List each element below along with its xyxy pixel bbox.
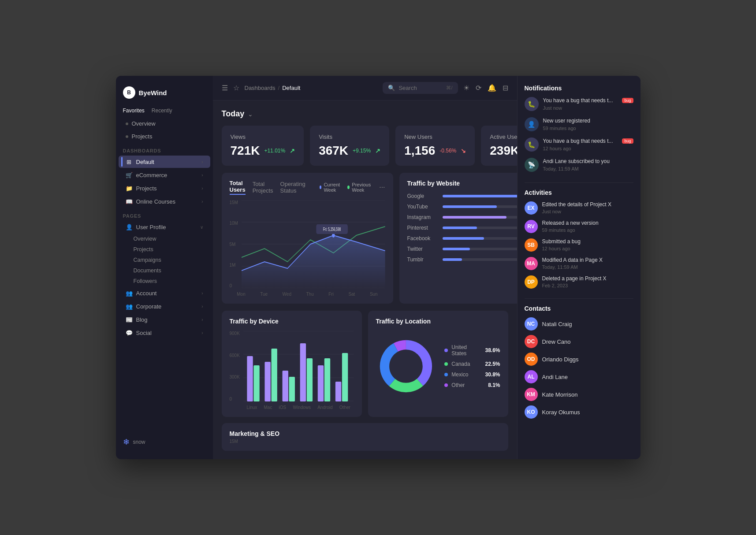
traffic-site-youtube: YouTube (407, 204, 517, 210)
contact-name-5: Kate Morrison (542, 391, 578, 398)
tab-recently[interactable]: Recently (152, 108, 172, 114)
chart-more-icon[interactable]: ··· (379, 183, 385, 191)
dropdown-arrow[interactable]: ⌄ (248, 111, 253, 118)
page-content: Today ⌄ Views 721K +11.01% ↗ Visits 367K (213, 100, 517, 459)
notif-avatar-1: 🐛 (525, 97, 539, 111)
line-chart-card: Total Users Total Projects Operating Sta… (222, 173, 393, 304)
svg-text:Fri: 5,256,598: Fri: 5,256,598 (323, 227, 341, 232)
breadcrumb-active: Default (282, 85, 300, 91)
contact-avatar-5: KM (525, 388, 538, 401)
visits-change: +9.15% (353, 148, 371, 154)
traffic-bar (443, 237, 484, 240)
search-input[interactable] (398, 85, 443, 91)
bar-chart-svg (243, 331, 354, 401)
traffic-site-tumblr: Tumblr (407, 256, 517, 263)
svg-rect-20 (307, 358, 313, 401)
sidebar-item-projects-dash[interactable]: 📁 Projects › (119, 182, 210, 194)
sidebar-sub-followers[interactable]: Followers (116, 276, 213, 286)
social-icon: 💬 (126, 329, 133, 336)
sidebar-item-online-courses[interactable]: 📖 Online Courses › (119, 195, 210, 208)
breadcrumb-dashboards[interactable]: Dashboards (245, 85, 276, 91)
sidebar-toggle-icon[interactable]: ☰ (222, 84, 228, 92)
svg-rect-22 (324, 358, 330, 401)
traffic-bar (443, 227, 477, 229)
notif-text-2: New user registered 59 minutes ago (543, 117, 633, 131)
sidebar-item-social[interactable]: 💬 Social › (119, 327, 210, 339)
layout-icon[interactable]: ⊟ (503, 84, 508, 92)
search-box[interactable]: 🔍 ⌘/ (383, 82, 458, 94)
sidebar-sub-documents[interactable]: Documents (116, 265, 213, 276)
panel-divider-1 (525, 182, 633, 183)
activity-text-2: Released a new version 59 minutes ago (542, 220, 633, 233)
star-icon[interactable]: ☆ (233, 84, 239, 92)
sidebar-item-blog[interactable]: 📰 Blog › (119, 313, 210, 326)
traffic-bar-bg (443, 258, 517, 261)
corporate-icon: 👥 (126, 303, 133, 310)
traffic-location-title: Traffic by Location (376, 318, 500, 325)
new-users-change: -0.56% (439, 148, 456, 154)
sidebar-item-ecommerce[interactable]: 🛒 eCommerce › (119, 169, 210, 181)
sidebar-tabs: Favorites Recently (116, 106, 213, 117)
page-title: Today (222, 109, 245, 119)
contact-avatar-3: OD (525, 353, 538, 366)
app-logo[interactable]: B ByeWind (116, 83, 213, 106)
activity-avatar-5: DP (525, 275, 538, 289)
sidebar-item-corporate[interactable]: 👥 Corporate › (119, 300, 210, 312)
activity-text-1: Edited the details of Project X Just now (542, 201, 633, 214)
svg-rect-21 (318, 365, 324, 401)
chart-wrapper: 15M 10M 5M 1M 0 (230, 200, 385, 290)
sidebar-item-overview[interactable]: Overview (119, 118, 210, 130)
contact-item-1[interactable]: NC Natali Craig (525, 317, 633, 331)
chevron-icon: › (201, 199, 203, 204)
sidebar-item-user-profile[interactable]: 👤 User Profile ∨ (119, 221, 210, 233)
notif-avatar-3: 🐛 (525, 137, 539, 152)
sidebar-item-projects-fav[interactable]: Projects (119, 130, 210, 142)
activity-avatar-1: EX (525, 201, 538, 215)
contact-name-3: Orlando Diggs (542, 356, 579, 363)
theme-toggle-icon[interactable]: ☀ (463, 84, 469, 92)
views-value: 721K +11.01% ↗ (231, 144, 295, 158)
contact-item-6[interactable]: KO Koray Okumus (525, 405, 633, 419)
traffic-device-title: Traffic by Device (230, 318, 354, 325)
sidebar-sub-campaigns[interactable]: Campaigns (116, 255, 213, 265)
new-users-trend-icon: ↘ (461, 147, 466, 154)
tab-total-projects[interactable]: Total Projects (253, 181, 273, 194)
activities-title: Activities (525, 189, 633, 196)
tab-favorites[interactable]: Favorites (123, 108, 145, 114)
breadcrumb: Dashboards / Default (245, 85, 301, 91)
traffic-site-instagram: Instagram (407, 214, 517, 220)
traffic-bar-bg (443, 216, 517, 219)
contact-name-6: Koray Okumus (542, 409, 580, 416)
activity-item-1: EX Edited the details of Project X Just … (525, 201, 633, 215)
history-icon[interactable]: ⟳ (476, 84, 481, 92)
sidebar-sub-projects[interactable]: Projects (116, 244, 213, 255)
sidebar-sub-overview[interactable]: Overview (116, 234, 213, 244)
notifications-title: Notifications (525, 85, 633, 92)
bar-y-labels: 900K 600K 300K 0 (230, 331, 242, 401)
legend-dot (444, 362, 448, 366)
notifications-icon[interactable]: 🔔 (488, 84, 496, 92)
contact-item-2[interactable]: DC Drew Cano (525, 335, 633, 348)
search-shortcut: ⌘/ (446, 85, 452, 91)
sidebar-item-default[interactable]: ⊞ Default › (119, 156, 210, 168)
legend-canada: Canada 22.5% (444, 361, 500, 367)
contact-item-3[interactable]: OD Orlando Diggs (525, 353, 633, 366)
traffic-site-facebook: Facebook (407, 235, 517, 241)
chevron-icon: › (201, 291, 203, 296)
notif-text-1: You have a bug that needs t... Just now (543, 97, 618, 111)
contact-item-5[interactable]: KM Kate Morrison (525, 388, 633, 401)
contact-item-4[interactable]: AL Andi Lane (525, 370, 633, 383)
svg-rect-18 (289, 377, 294, 401)
legend-current-week: Current Week (320, 182, 342, 193)
activity-avatar-2: RV (525, 220, 538, 233)
sidebar-item-account[interactable]: 👥 Account › (119, 287, 210, 299)
tab-total-users[interactable]: Total Users (230, 180, 246, 195)
stat-card-visits: Visits 367K +9.15% ↗ (310, 126, 389, 166)
tab-operating-status[interactable]: Operating Status (280, 181, 305, 194)
notif-item-2: 👤 New user registered 59 minutes ago (525, 117, 633, 131)
contact-avatar-2: DC (525, 335, 538, 348)
activity-avatar-3: SB (525, 238, 538, 252)
visits-trend-icon: ↗ (375, 147, 380, 154)
notif-item-3: 🐛 You have a bug that needs t... 12 hour… (525, 137, 633, 152)
svg-rect-23 (335, 382, 341, 401)
